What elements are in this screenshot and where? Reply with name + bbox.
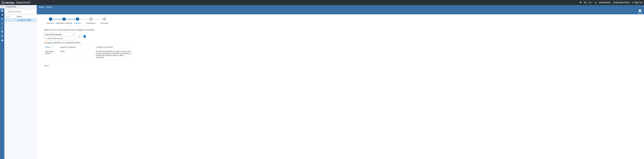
sort-icon[interactable] (6, 16, 8, 18)
col-applied: Applied Schedules (59, 45, 94, 49)
content-header: Cluster - Protect × Details (37, 5, 644, 14)
svg-rect-6 (1, 10, 2, 11)
info-icon (638, 9, 642, 12)
policy-dropdown-option[interactable]: ✓ psql online backup (44, 37, 76, 40)
svg-rect-4 (2, 10, 2, 10)
step-resource[interactable]: 1 Resource (44, 17, 57, 24)
mail-icon[interactable] (584, 2, 586, 3)
svg-rect-26 (6, 16, 6, 17)
wizard: 1 Resource 2 Application Settings 3 Poli… (44, 17, 642, 24)
vendor-name: NetApp (5, 1, 14, 4)
step-label: Application Settings (56, 22, 72, 24)
netapp-logo-icon: n (2, 1, 4, 4)
policy-info-icon[interactable]: i (83, 35, 86, 38)
svg-rect-8 (3, 10, 3, 11)
svg-rect-23 (2, 40, 2, 40)
svg-rect-5 (3, 10, 3, 10)
signout-button[interactable]: Sign Out (632, 1, 642, 4)
cell-configure: To schedule operations select a policy t… (94, 49, 134, 60)
svg-rect-29 (640, 11, 640, 11)
rail-expand-button[interactable] (0, 5, 4, 9)
rail-alerts[interactable] (0, 38, 4, 42)
step-label: Resource (46, 22, 54, 24)
step-label: Summary (100, 22, 108, 24)
col-policy[interactable]: Policy (44, 45, 59, 49)
user-icon (595, 2, 597, 4)
rail-dashboard[interactable] (0, 9, 4, 13)
svg-point-20 (3, 35, 3, 36)
policies-section-title: Select one or more policies and configur… (44, 29, 642, 31)
context-label: PostgreSQL (6, 6, 16, 8)
svg-point-2 (595, 2, 596, 3)
step-number: 5 (103, 17, 106, 21)
resource-item-label: postgres_5432 (18, 19, 31, 21)
chevron-down-icon: ▼ (73, 34, 74, 36)
details-label: Details (638, 12, 642, 14)
step-app-settings[interactable]: 2 Application Settings (57, 17, 71, 24)
resource-item[interactable]: postgres_5432 (4, 18, 36, 22)
svg-rect-7 (2, 10, 2, 11)
svg-text:?: ? (589, 2, 590, 3)
svg-rect-11 (3, 11, 3, 12)
col-name: Name (16, 15, 22, 18)
step-number: 4 (89, 17, 93, 21)
app-name: SnapCenter® (16, 1, 30, 4)
svg-rect-30 (640, 10, 640, 10)
svg-rect-25 (6, 16, 7, 16)
configure-schedules-title: Configure schedules for selected policie… (44, 42, 642, 44)
schedules-table: Policy Applied Schedules Configure Sched… (44, 45, 134, 60)
svg-rect-10 (2, 11, 2, 12)
user-name[interactable]: administrator (599, 1, 611, 4)
rail-resources[interactable] (0, 13, 4, 17)
svg-rect-3 (1, 10, 2, 10)
step-label: Policies (74, 22, 81, 24)
content-area: Cluster - Protect × Details 1 Resource 2… (37, 5, 644, 159)
bell-icon[interactable] (580, 2, 582, 4)
rail-settings[interactable] (0, 34, 4, 38)
svg-point-14 (2, 27, 2, 27)
plus-icon: + (79, 35, 80, 38)
rail-storage[interactable] (0, 30, 4, 34)
step-number: 3 (76, 17, 79, 21)
add-policy-button[interactable]: + (77, 35, 82, 38)
resource-panel: PostgreSQL ▾ Name postgres_5432 (4, 5, 37, 159)
brand-bar: n NetApp SnapCenter® ? ▼ administrator S… (0, 0, 644, 5)
step-notification: 4 Notification (84, 17, 98, 24)
col-configure: Configure Schedules (94, 45, 134, 49)
flag-icon[interactable] (8, 16, 10, 18)
cell-applied: None (59, 49, 94, 60)
details-button[interactable]: Details (638, 9, 642, 14)
svg-rect-19 (2, 32, 2, 33)
context-dropdown-button[interactable]: ▾ (17, 6, 20, 8)
step-summary: 5 Summary (98, 17, 111, 24)
signout-label: Sign Out (634, 1, 642, 4)
close-icon[interactable]: × (642, 6, 644, 8)
resource-list: postgres_5432 (4, 18, 36, 159)
svg-rect-17 (1, 31, 2, 31)
role-name[interactable]: SnapCenterAdmin (613, 1, 630, 4)
svg-point-22 (3, 36, 3, 37)
breadcrumb: Cluster - Protect (38, 6, 52, 8)
total-count: Total 1 (44, 65, 642, 67)
svg-rect-18 (2, 31, 3, 31)
step-label: Notification (86, 22, 96, 24)
policy-dropdown[interactable]: psql online backup ▼ (44, 33, 76, 37)
svg-rect-27 (6, 17, 6, 17)
policy-dropdown-value: psql online backup (45, 33, 62, 36)
svg-point-21 (1, 36, 2, 36)
step-policies[interactable]: 3 Policies (71, 17, 84, 24)
step-number: 2 (62, 17, 66, 21)
resource-list-header: Name (4, 15, 36, 18)
resource-context-bar: PostgreSQL ▾ (4, 5, 36, 9)
sort-asc-icon (51, 46, 53, 48)
signout-icon (632, 2, 634, 4)
rail-hosts[interactable] (0, 25, 4, 30)
svg-rect-31 (52, 46, 52, 47)
rail-reports[interactable] (0, 21, 4, 25)
cell-policy: psql online backup (44, 49, 59, 60)
help-icon[interactable]: ? ▼ (588, 2, 592, 4)
rail-monitor[interactable] (0, 17, 4, 21)
brand-left: n NetApp SnapCenter® (2, 1, 30, 4)
search-input[interactable] (6, 10, 36, 14)
svg-rect-9 (1, 11, 2, 12)
